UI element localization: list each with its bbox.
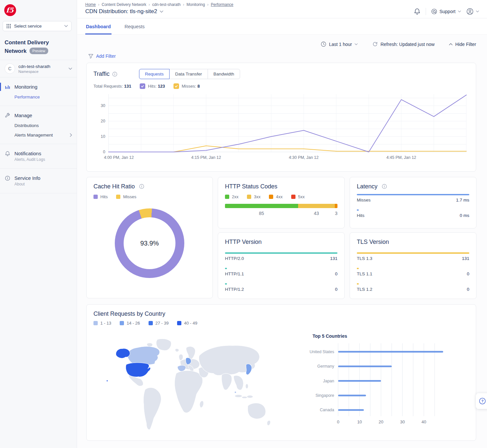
apps-grid-icon — [6, 24, 11, 29]
tab-dashboard[interactable]: Dashboard — [85, 18, 112, 34]
map-indonesia — [247, 395, 253, 398]
tab-requests[interactable]: Requests — [124, 18, 145, 34]
help-button[interactable]: ? — [476, 393, 487, 409]
cache-hit-donut: 93.9% — [115, 208, 184, 278]
namespace-selector[interactable]: C cdn-test-sharath Namespace — [0, 60, 77, 77]
sidebar-item-monitoring[interactable]: Monitoring — [0, 81, 77, 92]
cache-legend: Hits Misses — [93, 194, 206, 199]
sidebar-item-label: Service Info — [14, 175, 40, 181]
breadcrumb-performance[interactable]: Performance — [211, 2, 233, 7]
breadcrumb-cdn[interactable]: Content Delivery Network — [102, 2, 146, 7]
tls-version-title: TLS Version — [357, 239, 389, 245]
map-singapore — [234, 392, 236, 393]
http-status-codes-panel: HTTP Status Codes 2xx 3xx 4xx 5xx 85433 — [218, 177, 345, 228]
hide-filter-button[interactable]: Hide Filter — [449, 42, 476, 47]
namespace-name: cdn-test-sharath — [18, 64, 65, 69]
bucket2-swatch — [120, 321, 124, 325]
preview-badge: Preview — [30, 48, 48, 54]
sidebar-item-alerts-management[interactable]: Alerts Management — [0, 130, 77, 140]
map-india — [222, 373, 232, 390]
traffic-title: Traffic — [93, 71, 110, 77]
traffic-tab-bandwidth[interactable]: Bandwidth — [208, 69, 240, 79]
client-requests-by-country-panel: Client Requests by Country 1 - 13 14 - 2… — [86, 304, 476, 441]
tls-version-row: TLS 1.3131 — [357, 252, 469, 261]
sidebar-item-distributions[interactable]: Distributions — [0, 121, 77, 130]
cache-hit-ratio-value: 93.9% — [140, 240, 159, 247]
traffic-tab-requests[interactable]: Requests — [139, 69, 170, 79]
map-arctic-islands — [147, 343, 152, 347]
map-australia — [248, 403, 266, 419]
svg-text:20: 20 — [101, 119, 105, 123]
support-icon — [431, 9, 437, 14]
map-madagascar — [200, 401, 204, 408]
chevron-down-icon — [69, 68, 72, 70]
bell-icon — [414, 8, 420, 15]
user-avatar-icon — [466, 8, 474, 15]
misses-toggle[interactable]: Misses:8 — [173, 83, 200, 89]
misses-swatch — [116, 195, 120, 199]
time-range-dropdown[interactable]: Last 1 hour — [321, 41, 358, 47]
http-version-panel: HTTP Version HTTP/2.0131 HTTP/1.10 HTTP/… — [218, 232, 345, 299]
info-icon[interactable] — [382, 184, 387, 189]
latency-misses-bar — [357, 194, 469, 195]
breadcrumb-namespace[interactable]: cdn-test-sharath — [152, 2, 181, 7]
svg-text:4:15 PM, Jan 12: 4:15 PM, Jan 12 — [191, 155, 221, 160]
breadcrumb-home[interactable]: Home — [85, 2, 96, 7]
traffic-line-chart: 01020304:00 PM, Jan 124:15 PM, Jan 124:3… — [93, 90, 469, 162]
map-africa — [175, 371, 203, 413]
info-icon[interactable] — [112, 72, 117, 77]
notifications-bell-button[interactable] — [414, 8, 420, 15]
tls-version-panel: TLS Version TLS 1.3131 TLS 1.10 TLS 1.20 — [350, 232, 477, 299]
map-scandinavia — [186, 347, 195, 359]
map-hawaii — [107, 380, 108, 382]
map-germany — [186, 358, 191, 365]
country-legend: 1 - 13 14 - 26 27 - 39 40 - 49 — [93, 321, 469, 326]
bucket3-swatch — [149, 321, 153, 325]
svg-text:Canada: Canada — [320, 408, 334, 412]
http-version-row: HTTP/1.10 — [225, 268, 337, 276]
svg-text:Germany: Germany — [317, 364, 335, 369]
tls12-bar — [357, 283, 359, 285]
add-filter-button[interactable]: Add Filter — [86, 52, 476, 63]
cache-title: Cache Hit Ratio — [93, 183, 135, 190]
chevron-down-icon — [458, 11, 461, 12]
svg-text:10: 10 — [357, 419, 362, 424]
sidebar-item-manage[interactable]: Manage — [0, 110, 77, 121]
hits-toggle[interactable]: Hits:123 — [140, 83, 165, 89]
sidebar-item-service-info[interactable]: Service Info About — [0, 173, 77, 189]
select-service-label: Select service — [14, 24, 61, 29]
account-menu[interactable] — [466, 8, 479, 15]
support-menu[interactable]: Support — [431, 9, 461, 14]
svg-text:4:30 PM, Jan 12: 4:30 PM, Jan 12 — [289, 155, 319, 160]
traffic-tab-data-transfer[interactable]: Data Transfer — [169, 69, 208, 79]
top5-chart: 010203040United StatesGermanyJapanSingap… — [305, 341, 469, 426]
svg-text:4:45 PM, Jan 12: 4:45 PM, Jan 12 — [386, 155, 416, 160]
http-version-row: HTTP/2.0131 — [225, 252, 337, 261]
map-united-states — [126, 363, 151, 377]
wrench-icon — [5, 113, 10, 118]
namespace-label: Namespace — [18, 70, 65, 74]
status-legend: 2xx 3xx 4xx 5xx — [225, 194, 337, 199]
sidebar-item-notifications[interactable]: Notifications Alerts, Audit Logs — [0, 148, 77, 164]
sidebar-item-label: Notifications — [14, 151, 41, 156]
refresh-button[interactable]: Refresh: Updated just now — [372, 41, 435, 47]
map-canada — [128, 347, 160, 365]
refresh-icon — [372, 41, 378, 47]
info-icon[interactable] — [139, 184, 144, 189]
svg-text:10: 10 — [101, 134, 105, 139]
misses-checkbox[interactable] — [173, 83, 179, 89]
question-icon: ? — [479, 397, 486, 405]
map-uk — [179, 354, 183, 360]
sidebar-item-performance[interactable]: Performance — [0, 92, 77, 102]
chevron-down-icon — [64, 25, 68, 27]
app-root: f5 Select service Content Delivery Netwo… — [0, 0, 487, 448]
world-map[interactable] — [93, 335, 297, 445]
page-title[interactable]: CDN Distribution: tls-ng-site2 — [85, 8, 233, 15]
svg-text:30: 30 — [101, 103, 105, 108]
country-title: Client Requests by Country — [93, 310, 165, 317]
select-service-dropdown[interactable]: Select service — [3, 21, 71, 31]
map-south-america — [143, 388, 161, 430]
f5-logo[interactable]: f5 — [0, 0, 77, 16]
hits-checkbox[interactable] — [140, 83, 145, 89]
breadcrumb-monitoring[interactable]: Monitoring — [187, 2, 205, 7]
